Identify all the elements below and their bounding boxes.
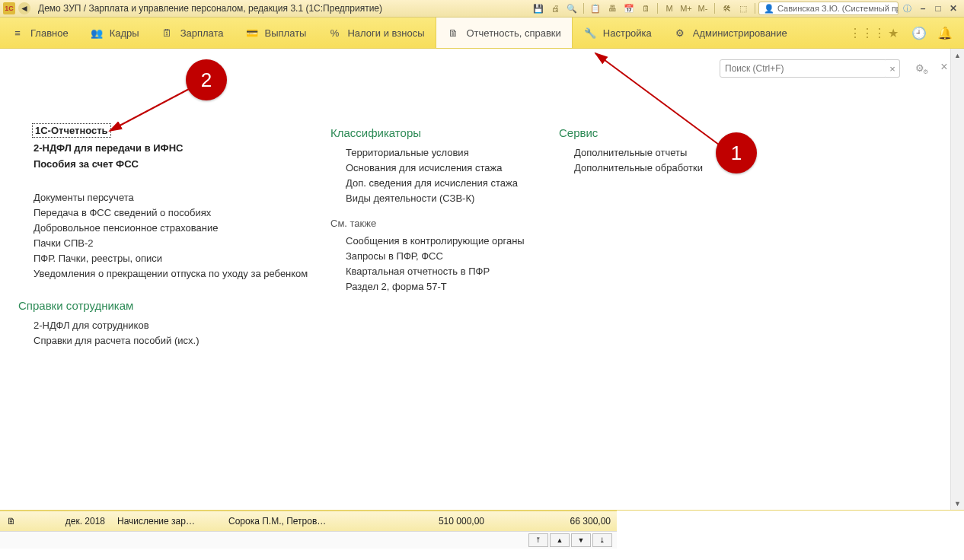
link-item[interactable]: Виды деятельности (СЗВ-К): [346, 192, 559, 204]
link-item[interactable]: 2-НДФЛ для сотрудников: [34, 320, 330, 331]
search-clear-button[interactable]: ×: [886, 59, 900, 78]
status-row: 🗎 дек. 2018 Начисление зар… Сорока П.М.,…: [0, 511, 617, 531]
people-icon: 👥: [90, 26, 104, 40]
doc-icon: 🗎: [447, 26, 461, 40]
nav-reports[interactable]: 🗎Отчетность, справки: [436, 18, 573, 48]
back-icon[interactable]: ◄: [18, 2, 30, 14]
panel-icon[interactable]: ⬚: [736, 2, 750, 15]
calendar-icon: 🗓: [161, 26, 174, 40]
link-item[interactable]: ПФР. Пачки, реестры, описи: [34, 253, 330, 264]
link-item[interactable]: Основания для исчисления стажа: [346, 162, 559, 173]
calendar2-icon[interactable]: 🗓: [639, 2, 653, 15]
search-input[interactable]: [720, 59, 887, 78]
content-pane: × ⚙⚙ × 1С-Отчетность 2-НДФЛ для передачи…: [0, 49, 964, 511]
nav-payments[interactable]: 💳Выплаты: [235, 18, 318, 48]
link-item[interactable]: Пачки СПВ-2: [34, 237, 330, 249]
nav-taxes[interactable]: %Налоги и взносы: [317, 18, 435, 48]
column-classifiers: Классификаторы Территориальные условия О…: [330, 91, 559, 350]
titlebar: 1C ◄ Демо ЗУП / Зарплата и управление пе…: [0, 0, 964, 18]
scroll-up-icon[interactable]: ▲: [951, 49, 964, 62]
status-person: Сорока П.М., Петров…: [222, 516, 364, 527]
bell-icon[interactable]: 🔔: [935, 23, 955, 43]
app-logo-icon: 1C: [3, 2, 15, 14]
star-icon[interactable]: ★: [883, 23, 903, 43]
percent-icon: %: [327, 26, 341, 40]
link-2ndfl-ifns[interactable]: 2-НДФЛ для передачи в ИФНС: [34, 142, 330, 154]
user-chip[interactable]: 👤Савинская З.Ю. (Системный прог…: [758, 2, 899, 15]
save-icon[interactable]: 💾: [531, 2, 545, 15]
wrench-icon: 🔧: [583, 26, 597, 40]
user-icon: 👤: [764, 4, 774, 14]
link-item[interactable]: Справки для расчета пособий (исх.): [34, 335, 330, 346]
section-employee-refs: Справки сотрудникам: [18, 299, 330, 312]
scroll-down-icon[interactable]: ▼: [951, 497, 964, 510]
nav-label: Зарплата: [180, 27, 224, 39]
gear-icon: ⚙: [673, 26, 687, 40]
card-icon: 💳: [245, 26, 259, 40]
column-service: Сервис Дополнительные отчеты Дополнитель…: [559, 91, 757, 350]
nav-down-button[interactable]: ▼: [571, 533, 591, 547]
link-item[interactable]: Уведомления о прекращении отпуска по ухо…: [34, 268, 330, 279]
link-item[interactable]: Документы персучета: [34, 192, 330, 203]
navbar: ≡Главное 👥Кадры 🗓Зарплата 💳Выплаты %Нало…: [0, 18, 964, 49]
apps-icon[interactable]: ⋮⋮⋮: [857, 23, 877, 43]
link-item[interactable]: Сообщения в контролирующие органы: [346, 235, 559, 247]
nav-salary[interactable]: 🗓Зарплата: [150, 18, 235, 48]
column-main: 1С-Отчетность 2-НДФЛ для передачи в ИФНС…: [18, 91, 330, 350]
link-item[interactable]: Передача в ФСС сведений о пособиях: [34, 207, 330, 218]
preview-icon[interactable]: 🔍: [565, 2, 579, 15]
m-plus-icon[interactable]: M+: [679, 2, 693, 15]
menu-icon: ≡: [11, 26, 24, 40]
nav-label: Отчетность, справки: [467, 27, 561, 39]
nav-up-button[interactable]: ▲: [550, 533, 570, 547]
m-icon[interactable]: M: [662, 2, 676, 15]
calendar-icon[interactable]: 📅: [622, 2, 636, 15]
status-date: дек. 2018: [23, 516, 111, 527]
callout-1: 1: [716, 132, 757, 173]
print2-icon[interactable]: 🖶: [605, 2, 619, 15]
link-1c-reporting[interactable]: 1С-Отчетность: [32, 123, 111, 138]
status-doc-name: Начисление зар…: [111, 516, 222, 527]
nav-admin[interactable]: ⚙Администрирование: [662, 18, 798, 48]
vertical-scrollbar[interactable]: ▲ ▼: [950, 49, 964, 510]
callout-2: 2: [186, 59, 227, 100]
nav-label: Кадры: [110, 27, 139, 39]
nav-settings[interactable]: 🔧Настройка: [573, 18, 662, 48]
nav-label: Налоги и взносы: [347, 27, 424, 39]
list-nav-controls: ⤒ ▲ ▼ ⤓: [0, 531, 617, 549]
minimize-button[interactable]: –: [917, 3, 929, 14]
nav-personnel[interactable]: 👥Кадры: [79, 18, 150, 48]
nav-label: Настройка: [603, 27, 652, 39]
window-title: Демо ЗУП / Зарплата и управление персона…: [38, 3, 382, 14]
history-icon[interactable]: 🕘: [909, 23, 929, 43]
clipboard-icon[interactable]: 📋: [589, 2, 602, 15]
nav-label: Главное: [30, 27, 69, 39]
nav-main[interactable]: ≡Главное: [0, 18, 79, 48]
link-item[interactable]: Квартальная отчетность в ПФР: [346, 266, 559, 277]
pane-close-button[interactable]: ×: [938, 61, 950, 73]
status-sum1: 510 000,00: [364, 516, 490, 527]
status-doc-icon: 🗎: [0, 516, 23, 527]
section-classifiers: Классификаторы: [330, 126, 559, 139]
close-button[interactable]: ✕: [947, 3, 959, 14]
nav-label: Администрирование: [693, 27, 787, 39]
status-sum2: 66 300,00: [490, 516, 617, 527]
link-item[interactable]: Раздел 2, форма 57-Т: [346, 281, 559, 292]
nav-last-button[interactable]: ⤓: [592, 533, 612, 547]
user-label: Савинская З.Ю. (Системный прог…: [777, 4, 899, 13]
nav-label: Выплаты: [265, 27, 307, 39]
print-icon[interactable]: 🖨: [548, 2, 562, 15]
info-icon[interactable]: ⓘ: [900, 2, 914, 15]
link-item[interactable]: Добровольное пенсионное страхование: [34, 222, 330, 234]
section-see-also: См. также: [330, 218, 559, 229]
search-box: ×: [720, 59, 900, 78]
link-item[interactable]: Доп. сведения для исчисления стажа: [346, 177, 559, 189]
m-minus-icon[interactable]: M-: [696, 2, 710, 15]
link-item[interactable]: Территориальные условия: [346, 147, 559, 158]
pane-settings-icon[interactable]: ⚙⚙: [914, 59, 930, 76]
tools-icon[interactable]: 🛠: [720, 2, 733, 15]
link-fss-benefits[interactable]: Пособия за счет ФСС: [34, 158, 330, 170]
link-item[interactable]: Запросы в ПФР, ФСС: [346, 250, 559, 262]
maximize-button[interactable]: □: [932, 3, 944, 14]
nav-first-button[interactable]: ⤒: [528, 533, 548, 547]
